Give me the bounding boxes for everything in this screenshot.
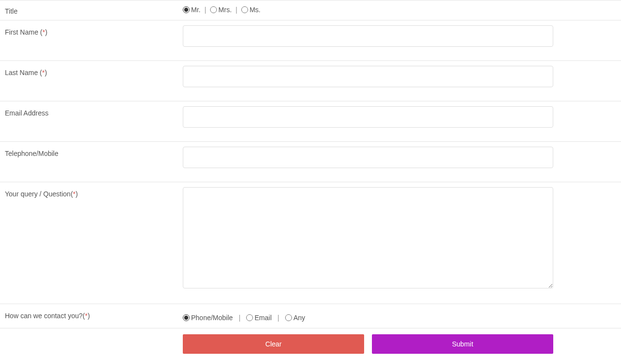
contact-label-text: How can we contact you?( xyxy=(5,312,85,320)
telephone-label: Telephone/Mobile xyxy=(5,147,183,157)
contact-radio-any[interactable] xyxy=(285,314,292,321)
last-name-label-text: Last Name ( xyxy=(5,69,42,77)
contact-separator-2: | xyxy=(277,314,279,322)
title-radio-ms-item: Ms. xyxy=(241,6,261,14)
title-radio-ms[interactable] xyxy=(241,6,248,13)
submit-button[interactable]: Submit xyxy=(372,334,553,354)
clear-button[interactable]: Clear xyxy=(183,334,364,354)
query-paren: ) xyxy=(76,190,78,198)
contact-radio-phone-label[interactable]: Phone/Mobile xyxy=(191,314,233,322)
telephone-control xyxy=(183,147,616,168)
query-control xyxy=(183,187,616,290)
contact-radio-phone-item: Phone/Mobile xyxy=(183,314,233,322)
title-radio-mr[interactable] xyxy=(183,6,190,13)
contact-radio-phone[interactable] xyxy=(183,314,190,321)
contact-radio-any-label[interactable]: Any xyxy=(293,314,305,322)
title-separator-1: | xyxy=(204,6,206,14)
title-radio-mrs[interactable] xyxy=(210,6,217,13)
query-label: Your query / Question(*) xyxy=(5,187,183,198)
first-name-control xyxy=(183,25,616,47)
contact-form: Title Mr. | Mrs. | Ms. xyxy=(0,0,621,359)
telephone-input[interactable] xyxy=(183,147,553,168)
contact-radio-email-item: Email xyxy=(246,314,272,322)
title-separator-2: | xyxy=(235,6,237,14)
first-name-label-text: First Name ( xyxy=(5,28,42,36)
contact-separator-1: | xyxy=(239,314,241,322)
title-control: Mr. | Mrs. | Ms. xyxy=(183,4,616,14)
contact-radio-any-item: Any xyxy=(285,314,305,322)
title-row: Title Mr. | Mrs. | Ms. xyxy=(0,0,621,20)
title-radio-group: Mr. | Mrs. | Ms. xyxy=(183,4,616,14)
first-name-label: First Name (*) xyxy=(5,25,183,36)
first-name-row: First Name (*) xyxy=(0,20,621,61)
email-row: Email Address xyxy=(0,101,621,142)
contact-radio-email[interactable] xyxy=(246,314,253,321)
first-name-input[interactable] xyxy=(183,25,553,47)
email-label: Email Address xyxy=(5,106,183,117)
first-name-paren: ) xyxy=(45,28,47,36)
query-label-text: Your query / Question( xyxy=(5,190,73,198)
title-radio-mrs-label[interactable]: Mrs. xyxy=(218,6,232,14)
email-input[interactable] xyxy=(183,106,553,128)
last-name-label: Last Name (*) xyxy=(5,66,183,77)
last-name-input[interactable] xyxy=(183,66,553,87)
title-radio-mrs-item: Mrs. xyxy=(210,6,232,14)
last-name-paren: ) xyxy=(45,69,47,77)
contact-label: How can we contact you?(*) xyxy=(5,309,183,320)
last-name-control xyxy=(183,66,616,87)
contact-control: Phone/Mobile | Email | Any xyxy=(183,309,616,322)
last-name-row: Last Name (*) xyxy=(0,61,621,101)
contact-radio-email-label[interactable]: Email xyxy=(254,314,272,322)
email-control xyxy=(183,106,616,128)
contact-paren: ) xyxy=(88,312,90,320)
title-label: Title xyxy=(5,4,183,15)
telephone-row: Telephone/Mobile xyxy=(0,142,621,182)
button-row: Clear Submit xyxy=(0,328,621,359)
title-radio-ms-label[interactable]: Ms. xyxy=(250,6,261,14)
title-radio-mr-item: Mr. xyxy=(183,6,200,14)
contact-row: How can we contact you?(*) Phone/Mobile … xyxy=(0,304,621,328)
query-row: Your query / Question(*) xyxy=(0,182,621,304)
query-textarea[interactable] xyxy=(183,187,553,288)
title-radio-mr-label[interactable]: Mr. xyxy=(191,6,200,14)
contact-radio-group: Phone/Mobile | Email | Any xyxy=(183,309,616,322)
